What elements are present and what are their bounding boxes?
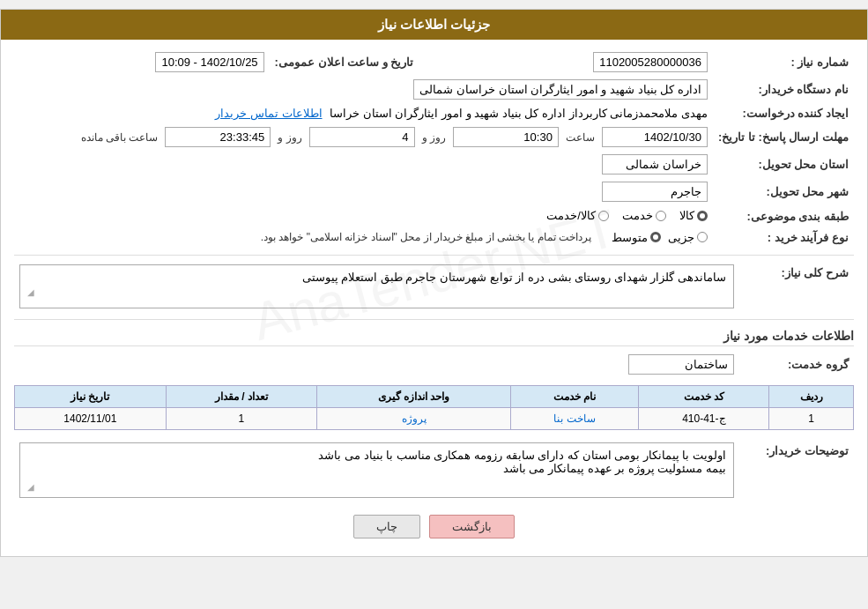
- page-wrapper: جزئیات اطلاعات نیاز AnaTender.NET شماره …: [0, 9, 868, 557]
- description-text: ساماندهی گلزار شهدای روستای بشی دره از ت…: [302, 271, 726, 284]
- category-label: طبقه بندی موضوعی:: [713, 205, 854, 227]
- main-content: AnaTender.NET شماره نیاز : 1102005280000…: [14, 48, 854, 501]
- city-value: جاجرم: [14, 178, 713, 205]
- divider-1: [14, 255, 854, 256]
- category-option-kala-khedmat[interactable]: کالا/خدمت: [546, 209, 609, 222]
- notes-box: اولویت با پیمانکار بومی استان که دارای س…: [19, 442, 734, 498]
- back-button[interactable]: بازگشت: [429, 515, 515, 538]
- table-row: 1 ج-41-410 ساخت بنا پروژه 1 1402/11/01: [15, 407, 854, 429]
- td-row-1: 1: [769, 407, 854, 429]
- description-box: ساماندهی گلزار شهدای روستای بشی دره از ت…: [19, 264, 734, 308]
- announce-date-box: 1402/10/25 - 10:09: [155, 52, 263, 72]
- buyer-org-box: اداره کل بنیاد شهید و امور ایثارگران است…: [413, 79, 708, 100]
- deadline-label: مهلت ارسال پاسخ: تا تاریخ:: [713, 123, 854, 151]
- buyer-notes-table: توضیحات خریدار: اولویت با پیمانکار بومی …: [14, 439, 854, 501]
- th-row: ردیف: [769, 385, 854, 407]
- category-option-khedmat[interactable]: خدمت: [622, 209, 666, 222]
- services-table-head: ردیف کد خدمت نام خدمت واحد اندازه گیری ت…: [15, 385, 854, 407]
- description-label: شرح کلی نیاز:: [739, 261, 854, 312]
- radio-motevaset[interactable]: [650, 232, 661, 242]
- row-description: شرح کلی نیاز: ساماندهی گلزار شهدای روستا…: [14, 261, 854, 312]
- radio-jozii[interactable]: [697, 232, 708, 242]
- deadline-remaining-label-1: روز و: [278, 131, 301, 144]
- city-box: جاجرم: [602, 182, 708, 202]
- th-quantity: تعداد / مقدار: [166, 385, 317, 407]
- deadline-remaining-box: 23:33:45: [165, 127, 271, 147]
- button-row: بازگشت چاپ: [14, 515, 854, 538]
- radio-kala-khedmat[interactable]: [598, 211, 609, 221]
- radio-kala-label: کالا: [679, 209, 694, 222]
- row-city: شهر محل تحویل: جاجرم: [14, 178, 854, 205]
- contact-info-link[interactable]: اطلاعات تماس خریدار: [215, 107, 322, 120]
- notes-text: اولویت با پیمانکار بومی استان که دارای س…: [318, 449, 726, 475]
- row-creator: ایجاد کننده درخواست: مهدی ملامحمدزمانی ک…: [14, 103, 854, 123]
- services-table-header-row: ردیف کد خدمت نام خدمت واحد اندازه گیری ت…: [15, 385, 854, 407]
- deadline-time-label: ساعت: [566, 131, 595, 144]
- buyer-org-value: اداره کل بنیاد شهید و امور ایثارگران است…: [14, 76, 713, 103]
- td-quantity-1: 1: [166, 407, 317, 429]
- creator-value: مهدی ملامحمدزمانی کاربرداز اداره کل بنیا…: [14, 103, 713, 123]
- city-label: شهر محل تحویل:: [713, 178, 854, 205]
- deadline-days-label: روز و: [422, 131, 446, 144]
- radio-kala[interactable]: [697, 211, 708, 221]
- service-group-table: گروه خدمت: ساختمان: [14, 351, 854, 378]
- creator-label: ایجاد کننده درخواست:: [713, 103, 854, 123]
- purchase-option-jozii[interactable]: جزیی: [668, 231, 708, 244]
- content-area: AnaTender.NET شماره نیاز : 1102005280000…: [1, 40, 867, 556]
- buyer-notes-value: اولویت با پیمانکار بومی استان که دارای س…: [14, 439, 739, 501]
- print-button[interactable]: چاپ: [353, 515, 420, 538]
- purchase-type-label: نوع فرآیند خرید :: [713, 227, 854, 248]
- td-unit-1[interactable]: پروژه: [317, 407, 511, 429]
- row-deadline: مهلت ارسال پاسخ: تا تاریخ: 1402/10/30 سا…: [14, 123, 854, 151]
- category-options: کالا خدمت کالا/خدمت: [14, 205, 713, 227]
- th-code: کد خدمت: [639, 385, 769, 407]
- announce-date-value: 1402/10/25 - 10:09: [14, 48, 270, 76]
- radio-khedmat[interactable]: [656, 211, 666, 221]
- radio-kala-khedmat-label: کالا/خدمت: [546, 209, 596, 222]
- description-table: شرح کلی نیاز: ساماندهی گلزار شهدای روستا…: [14, 261, 854, 312]
- row-buyer-org: نام دستگاه خریدار: اداره کل بنیاد شهید و…: [14, 76, 854, 103]
- need-number-value: 1102005280000036: [445, 48, 713, 76]
- need-number-box: 1102005280000036: [593, 52, 708, 72]
- services-title: اطلاعات خدمات مورد نیاز: [14, 329, 854, 346]
- service-group-value: ساختمان: [14, 351, 739, 378]
- deadline-values: 1402/10/30 ساعت 10:30 روز و 4 روز و 23:3…: [14, 123, 713, 151]
- province-label: استان محل تحویل:: [713, 151, 854, 178]
- row-need-number: شماره نیاز : 1102005280000036 تاریخ و سا…: [14, 48, 854, 76]
- th-unit: واحد اندازه گیری: [317, 385, 511, 407]
- deadline-remaining-label-2: ساعت باقی مانده: [81, 131, 159, 144]
- announce-date-label: تاریخ و ساعت اعلان عمومی:: [270, 48, 419, 76]
- province-value: خراسان شمالی: [14, 151, 713, 178]
- purchase-option-motevaset[interactable]: متوسط: [612, 231, 661, 244]
- service-group-box: ساختمان: [628, 354, 734, 375]
- row-category: طبقه بندی موضوعی: کالا خدمت: [14, 205, 854, 227]
- page-header: جزئیات اطلاعات نیاز: [1, 10, 867, 40]
- purchase-type-note: پرداخت تمام یا بخشی از مبلغ خریدار از مح…: [261, 231, 591, 243]
- creator-text: مهدی ملامحمدزمانی کاربرداز اداره کل بنیا…: [330, 107, 708, 120]
- deadline-date-box: 1402/10/30: [602, 127, 708, 147]
- page-title: جزئیات اطلاعات نیاز: [378, 17, 490, 32]
- service-group-label: گروه خدمت:: [739, 351, 854, 378]
- radio-motevaset-label: متوسط: [612, 231, 648, 244]
- services-table-body: 1 ج-41-410 ساخت بنا پروژه 1 1402/11/01: [15, 407, 854, 429]
- deadline-row: 1402/10/30 ساعت 10:30 روز و 4 روز و 23:3…: [19, 127, 708, 147]
- purchase-type-options: جزیی متوسط پرداخت تمام یا بخشی از مبلغ خ…: [14, 227, 713, 248]
- province-box: خراسان شمالی: [602, 154, 708, 175]
- radio-khedmat-label: خدمت: [622, 209, 653, 222]
- category-radio-group: کالا خدمت کالا/خدمت: [546, 209, 708, 222]
- description-value: ساماندهی گلزار شهدای روستای بشی دره از ت…: [14, 261, 739, 312]
- purchase-type-row: جزیی متوسط پرداخت تمام یا بخشی از مبلغ خ…: [19, 231, 708, 244]
- creator-link[interactable]: اطلاعات تماس خریدار: [215, 107, 322, 120]
- td-date-1: 1402/11/01: [15, 407, 167, 429]
- th-name: نام خدمت: [510, 385, 639, 407]
- row-buyer-notes: توضیحات خریدار: اولویت با پیمانکار بومی …: [14, 439, 854, 501]
- row-service-group: گروه خدمت: ساختمان: [14, 351, 854, 378]
- category-option-kala[interactable]: کالا: [679, 209, 708, 222]
- row-purchase-type: نوع فرآیند خرید : جزیی متوسط پرداخت: [14, 227, 854, 248]
- td-name-1[interactable]: ساخت بنا: [510, 407, 639, 429]
- deadline-days-box: 4: [309, 127, 415, 147]
- th-date: تاریخ نیاز: [15, 385, 167, 407]
- buyer-org-label: نام دستگاه خریدار:: [713, 76, 854, 103]
- deadline-time-box: 10:30: [453, 127, 559, 147]
- row-province: استان محل تحویل: خراسان شمالی: [14, 151, 854, 178]
